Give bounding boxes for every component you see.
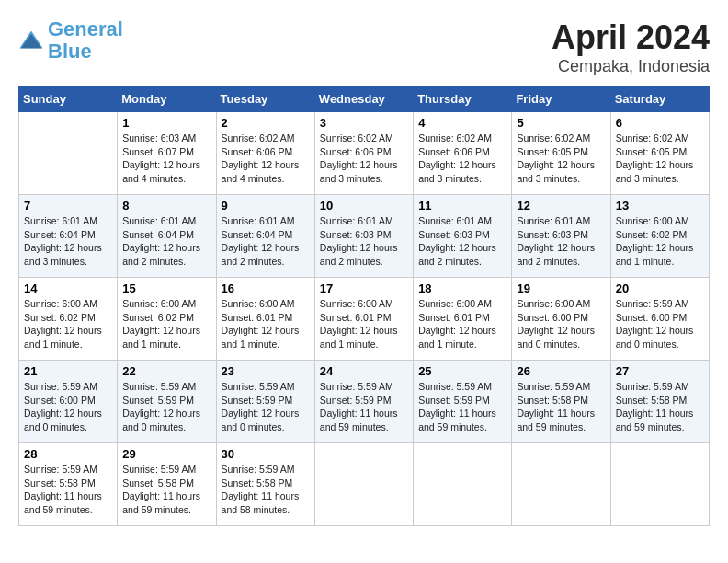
day-info: Sunrise: 5:59 AM Sunset: 5:59 PM Dayligh…: [320, 380, 408, 434]
day-cell: 17Sunrise: 6:00 AM Sunset: 6:01 PM Dayli…: [314, 278, 413, 361]
day-number: 13: [616, 199, 704, 213]
day-cell: 15Sunrise: 6:00 AM Sunset: 6:02 PM Dayli…: [118, 278, 216, 361]
day-number: 12: [517, 199, 605, 213]
day-info: Sunrise: 6:01 AM Sunset: 6:04 PM Dayligh…: [122, 214, 210, 269]
day-number: 26: [517, 364, 605, 378]
day-info: Sunrise: 6:01 AM Sunset: 6:03 PM Dayligh…: [320, 214, 408, 269]
day-cell: 21Sunrise: 5:59 AM Sunset: 6:00 PM Dayli…: [19, 361, 118, 443]
header-cell-tuesday: Tuesday: [216, 86, 314, 112]
title-block: April 2024 Cempaka, Indonesia: [552, 18, 710, 76]
day-info: Sunrise: 5:59 AM Sunset: 5:58 PM Dayligh…: [222, 463, 310, 517]
header-cell-sunday: Sunday: [19, 86, 118, 112]
day-cell: 1Sunrise: 6:03 AM Sunset: 6:07 PM Daylig…: [118, 112, 216, 195]
day-number: 29: [122, 447, 210, 461]
week-row-4: 21Sunrise: 5:59 AM Sunset: 6:00 PM Dayli…: [19, 361, 710, 443]
day-number: 21: [24, 364, 112, 378]
day-info: Sunrise: 5:59 AM Sunset: 5:58 PM Dayligh…: [122, 463, 210, 517]
day-cell: 9Sunrise: 6:01 AM Sunset: 6:04 PM Daylig…: [216, 195, 314, 278]
day-number: 9: [222, 199, 310, 213]
day-number: 30: [222, 447, 310, 461]
day-number: 3: [320, 116, 408, 130]
main-title: April 2024: [552, 18, 710, 57]
day-number: 17: [320, 282, 408, 295]
day-number: 2: [222, 116, 310, 130]
day-cell: 8Sunrise: 6:01 AM Sunset: 6:04 PM Daylig…: [118, 195, 216, 278]
day-info: Sunrise: 6:00 AM Sunset: 6:01 PM Dayligh…: [418, 297, 506, 351]
day-info: Sunrise: 6:00 AM Sunset: 6:00 PM Dayligh…: [517, 297, 605, 351]
header-cell-wednesday: Wednesday: [314, 86, 413, 112]
day-cell: 16Sunrise: 6:00 AM Sunset: 6:01 PM Dayli…: [216, 278, 314, 361]
day-cell: 27Sunrise: 5:59 AM Sunset: 5:58 PM Dayli…: [610, 361, 709, 443]
header-cell-saturday: Saturday: [610, 86, 709, 112]
page-header: General Blue April 2024 Cempaka, Indones…: [18, 18, 710, 76]
day-cell: 2Sunrise: 6:02 AM Sunset: 6:06 PM Daylig…: [216, 112, 314, 195]
day-info: Sunrise: 5:59 AM Sunset: 5:59 PM Dayligh…: [418, 380, 506, 434]
day-cell: 28Sunrise: 5:59 AM Sunset: 5:58 PM Dayli…: [19, 443, 118, 526]
svg-marker-1: [21, 34, 41, 48]
week-row-3: 14Sunrise: 6:00 AM Sunset: 6:02 PM Dayli…: [19, 278, 710, 361]
day-cell: 19Sunrise: 6:00 AM Sunset: 6:00 PM Dayli…: [512, 278, 610, 361]
day-info: Sunrise: 6:00 AM Sunset: 6:02 PM Dayligh…: [122, 297, 210, 351]
header-row: SundayMondayTuesdayWednesdayThursdayFrid…: [19, 86, 710, 112]
day-info: Sunrise: 6:03 AM Sunset: 6:07 PM Dayligh…: [122, 132, 210, 186]
day-cell: [610, 443, 709, 526]
week-row-5: 28Sunrise: 5:59 AM Sunset: 5:58 PM Dayli…: [19, 443, 710, 526]
header-cell-monday: Monday: [118, 86, 216, 112]
day-number: 25: [418, 364, 506, 378]
day-cell: 29Sunrise: 5:59 AM Sunset: 5:58 PM Dayli…: [118, 443, 216, 526]
day-number: 27: [616, 364, 704, 378]
day-cell: 24Sunrise: 5:59 AM Sunset: 5:59 PM Dayli…: [314, 361, 413, 443]
day-number: 10: [320, 199, 408, 213]
day-cell: 10Sunrise: 6:01 AM Sunset: 6:03 PM Dayli…: [314, 195, 413, 278]
day-info: Sunrise: 6:01 AM Sunset: 6:03 PM Dayligh…: [418, 214, 506, 269]
day-cell: 13Sunrise: 6:00 AM Sunset: 6:02 PM Dayli…: [610, 195, 709, 278]
day-cell: 7Sunrise: 6:01 AM Sunset: 6:04 PM Daylig…: [19, 195, 118, 278]
day-info: Sunrise: 5:59 AM Sunset: 5:59 PM Dayligh…: [122, 380, 210, 434]
day-number: 14: [24, 282, 112, 295]
day-cell: 30Sunrise: 5:59 AM Sunset: 5:58 PM Dayli…: [216, 443, 314, 526]
day-info: Sunrise: 6:00 AM Sunset: 6:02 PM Dayligh…: [616, 214, 704, 269]
day-number: 22: [122, 364, 210, 378]
day-cell: 23Sunrise: 5:59 AM Sunset: 5:59 PM Dayli…: [216, 361, 314, 443]
day-cell: 5Sunrise: 6:02 AM Sunset: 6:05 PM Daylig…: [512, 112, 610, 195]
day-cell: [414, 443, 512, 526]
day-cell: 18Sunrise: 6:00 AM Sunset: 6:01 PM Dayli…: [414, 278, 512, 361]
day-number: 8: [122, 199, 210, 213]
logo-text: General Blue: [48, 18, 123, 63]
day-info: Sunrise: 5:59 AM Sunset: 6:00 PM Dayligh…: [24, 380, 112, 434]
day-cell: [314, 443, 413, 526]
day-cell: 11Sunrise: 6:01 AM Sunset: 6:03 PM Dayli…: [414, 195, 512, 278]
day-cell: 22Sunrise: 5:59 AM Sunset: 5:59 PM Dayli…: [118, 361, 216, 443]
day-info: Sunrise: 6:01 AM Sunset: 6:03 PM Dayligh…: [517, 214, 605, 269]
week-row-2: 7Sunrise: 6:01 AM Sunset: 6:04 PM Daylig…: [19, 195, 710, 278]
day-number: 7: [24, 199, 112, 213]
day-number: 28: [24, 447, 112, 461]
day-info: Sunrise: 6:01 AM Sunset: 6:04 PM Dayligh…: [222, 214, 310, 269]
day-info: Sunrise: 6:01 AM Sunset: 6:04 PM Dayligh…: [24, 214, 112, 269]
logo-icon: [18, 28, 44, 53]
logo: General Blue: [18, 18, 123, 63]
day-number: 24: [320, 364, 408, 378]
day-number: 5: [517, 116, 605, 130]
header-cell-thursday: Thursday: [414, 86, 512, 112]
day-number: 20: [616, 282, 704, 295]
day-number: 23: [222, 364, 310, 378]
day-info: Sunrise: 6:02 AM Sunset: 6:06 PM Dayligh…: [418, 132, 506, 186]
subtitle: Cempaka, Indonesia: [552, 57, 710, 76]
day-cell: 20Sunrise: 5:59 AM Sunset: 6:00 PM Dayli…: [610, 278, 709, 361]
day-info: Sunrise: 6:02 AM Sunset: 6:06 PM Dayligh…: [320, 132, 408, 186]
day-info: Sunrise: 6:02 AM Sunset: 6:05 PM Dayligh…: [616, 132, 704, 186]
day-info: Sunrise: 5:59 AM Sunset: 5:59 PM Dayligh…: [222, 380, 310, 434]
day-number: 19: [517, 282, 605, 295]
day-number: 11: [418, 199, 506, 213]
day-info: Sunrise: 6:00 AM Sunset: 6:01 PM Dayligh…: [222, 297, 310, 351]
day-info: Sunrise: 5:59 AM Sunset: 5:58 PM Dayligh…: [517, 380, 605, 434]
day-number: 15: [122, 282, 210, 295]
day-cell: 26Sunrise: 5:59 AM Sunset: 5:58 PM Dayli…: [512, 361, 610, 443]
calendar-table: SundayMondayTuesdayWednesdayThursdayFrid…: [18, 86, 710, 526]
day-info: Sunrise: 5:59 AM Sunset: 6:00 PM Dayligh…: [616, 297, 704, 351]
day-info: Sunrise: 6:00 AM Sunset: 6:01 PM Dayligh…: [320, 297, 408, 351]
day-info: Sunrise: 6:00 AM Sunset: 6:02 PM Dayligh…: [24, 297, 112, 351]
day-info: Sunrise: 5:59 AM Sunset: 5:58 PM Dayligh…: [616, 380, 704, 434]
day-cell: 6Sunrise: 6:02 AM Sunset: 6:05 PM Daylig…: [610, 112, 709, 195]
